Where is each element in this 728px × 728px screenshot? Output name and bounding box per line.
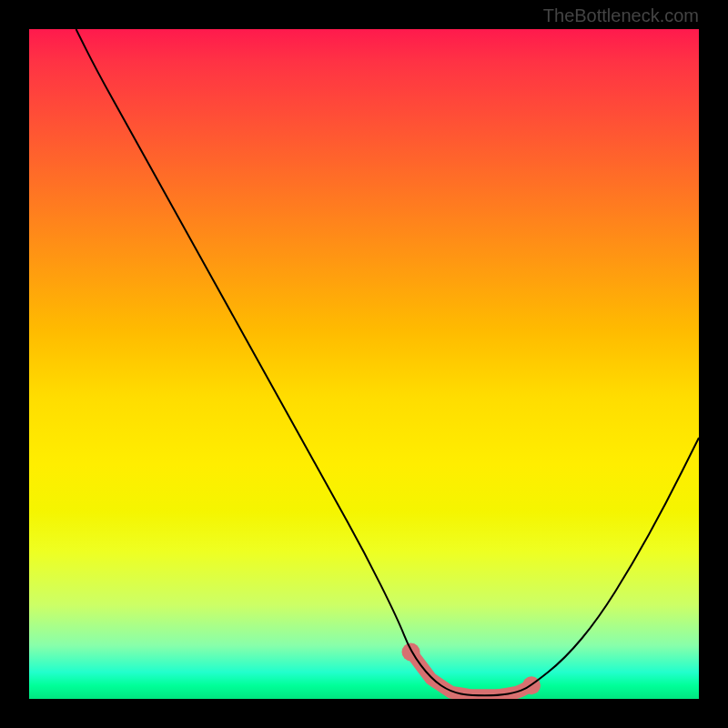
bottleneck-curve (76, 29, 699, 695)
watermark-text: TheBottleneck.com (543, 5, 699, 26)
plot-area (29, 29, 699, 699)
chart-container: TheBottleneck.com (0, 0, 728, 728)
curve-layer (29, 29, 699, 699)
